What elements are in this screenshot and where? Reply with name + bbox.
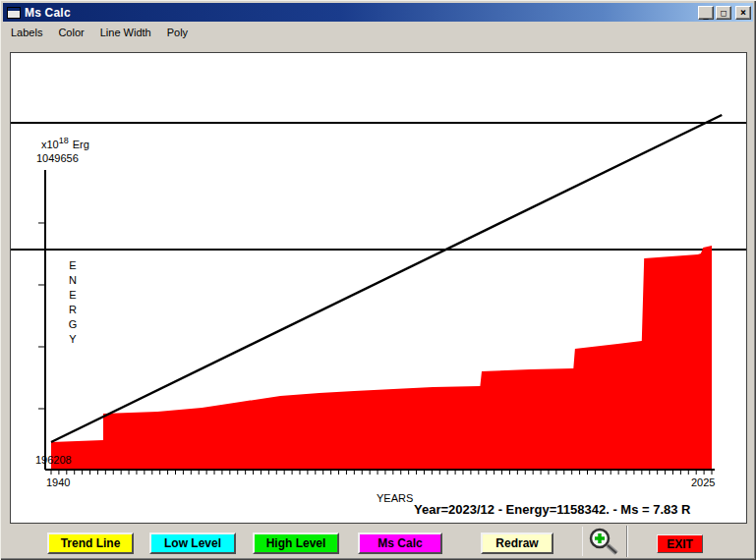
high-level-button[interactable]: High Level [253, 532, 339, 554]
magnifier-plus-icon [583, 527, 627, 556]
title-bar[interactable]: Ms Calc _ □ × [3, 3, 753, 22]
window-controls: _ □ × [696, 6, 751, 20]
y-axis-max-label: 1049656 [36, 152, 79, 164]
toolbar-separator [626, 526, 627, 557]
menu-item-poly[interactable]: Poly [159, 25, 196, 40]
maximize-button[interactable]: □ [716, 6, 731, 20]
y-axis-min-label: 196208 [35, 454, 72, 466]
maximize-icon: □ [721, 8, 726, 18]
ms-calc-window: { "window": { "title": "Ms Calc", "icon"… [0, 0, 756, 560]
close-button[interactable]: × [735, 6, 751, 20]
redraw-button[interactable]: Redraw [481, 532, 553, 554]
zoom-button[interactable] [582, 527, 626, 556]
y-axis-unit-label: x1018Erg [41, 136, 89, 150]
status-readout: Year=2023/12 - Energy=1158342. - Ms = 7.… [414, 502, 691, 517]
x-tick-label-end: 2025 [691, 476, 715, 488]
low-level-button[interactable]: Low Level [149, 532, 236, 554]
app-window-icon [7, 7, 21, 19]
menu-bar: Labels Color Line Width Poly [3, 23, 753, 41]
close-icon: × [740, 7, 746, 18]
window-title: Ms Calc [25, 6, 71, 20]
x-tick-label-start: 1940 [46, 476, 70, 488]
ms-calc-button[interactable]: Ms Calc [358, 532, 442, 554]
chart-panel: x1018Erg 1049656 ENERGY 196208 1940 2025… [10, 52, 747, 524]
y-axis-title: ENERGY [67, 259, 79, 348]
chart-plot[interactable] [11, 53, 746, 523]
menu-item-line-width[interactable]: Line Width [92, 25, 159, 40]
x-axis-title: YEARS [377, 492, 413, 504]
minimize-icon: _ [703, 9, 708, 21]
exit-button[interactable]: EXIT [657, 534, 703, 553]
minimize-button[interactable]: _ [698, 6, 714, 20]
menu-item-labels[interactable]: Labels [3, 25, 50, 40]
trend-line-button[interactable]: Trend Line [47, 532, 134, 554]
menu-item-color[interactable]: Color [50, 25, 91, 40]
